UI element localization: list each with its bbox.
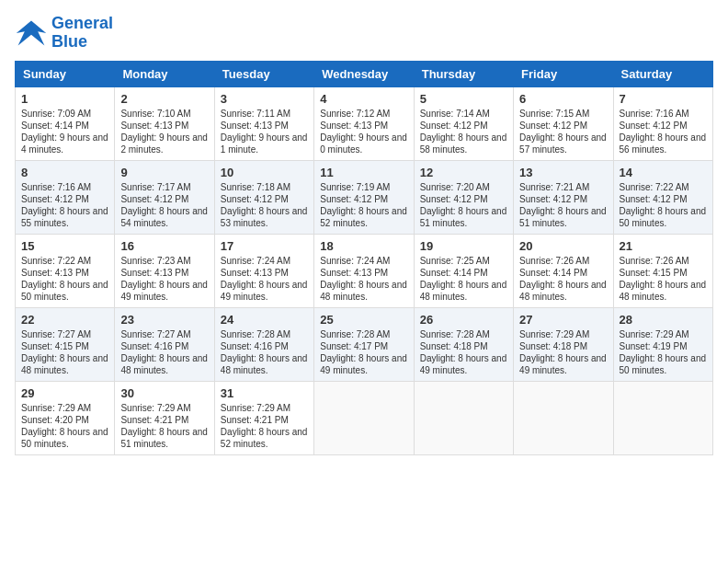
day-cell-20: 20Sunrise: 7:26 AMSunset: 4:14 PMDayligh… [514, 234, 613, 307]
logo: General Blue [15, 15, 113, 52]
day-cell-28: 28Sunrise: 7:29 AMSunset: 4:19 PMDayligh… [613, 307, 712, 381]
week-row-5: 29Sunrise: 7:29 AMSunset: 4:20 PMDayligh… [16, 381, 713, 454]
day-number: 19 [420, 239, 507, 253]
day-info: Daylight: 8 hours and 48 minutes. [21, 352, 108, 376]
day-info: Daylight: 8 hours and 48 minutes. [221, 352, 308, 376]
day-info: Daylight: 8 hours and 52 minutes. [221, 426, 308, 450]
day-cell-29: 29Sunrise: 7:29 AMSunset: 4:20 PMDayligh… [16, 381, 115, 454]
day-cell-16: 16Sunrise: 7:23 AMSunset: 4:13 PMDayligh… [115, 234, 214, 307]
empty-cell [613, 381, 712, 454]
day-cell-24: 24Sunrise: 7:28 AMSunset: 4:16 PMDayligh… [214, 307, 313, 381]
day-info: Sunrise: 7:10 AM [120, 108, 208, 120]
day-cell-23: 23Sunrise: 7:27 AMSunset: 4:16 PMDayligh… [115, 307, 214, 381]
day-number: 28 [620, 313, 707, 327]
day-info: Daylight: 8 hours and 49 minutes. [320, 352, 407, 376]
day-number: 3 [221, 92, 308, 106]
day-info: Daylight: 8 hours and 54 minutes. [120, 205, 208, 229]
day-info: Sunrise: 7:27 AM [120, 328, 208, 340]
day-info: Sunrise: 7:28 AM [320, 328, 407, 340]
logo-text: General Blue [51, 15, 113, 52]
day-cell-10: 10Sunrise: 7:18 AMSunset: 4:12 PMDayligh… [214, 160, 313, 234]
day-number: 13 [519, 166, 607, 179]
day-info: Sunrise: 7:29 AM [120, 402, 208, 414]
day-info: Sunrise: 7:14 AM [420, 108, 507, 120]
day-number: 2 [120, 92, 208, 106]
day-cell-1: 1Sunrise: 7:09 AMSunset: 4:14 PMDaylight… [16, 86, 115, 160]
day-info: Sunset: 4:21 PM [120, 414, 208, 426]
day-cell-19: 19Sunrise: 7:25 AMSunset: 4:14 PMDayligh… [414, 234, 513, 307]
day-info: Daylight: 9 hours and 1 minute. [221, 132, 308, 155]
day-info: Daylight: 8 hours and 52 minutes. [320, 205, 407, 229]
day-info: Sunset: 4:13 PM [120, 267, 208, 279]
day-cell-31: 31Sunrise: 7:29 AMSunset: 4:21 PMDayligh… [214, 381, 313, 454]
day-info: Sunset: 4:16 PM [120, 340, 208, 352]
day-info: Sunset: 4:15 PM [21, 340, 108, 352]
day-cell-27: 27Sunrise: 7:29 AMSunset: 4:18 PMDayligh… [514, 307, 613, 381]
empty-cell [414, 381, 513, 454]
day-info: Sunset: 4:21 PM [221, 414, 308, 426]
day-cell-18: 18Sunrise: 7:24 AMSunset: 4:13 PMDayligh… [314, 234, 414, 307]
page-header: General Blue [15, 15, 713, 52]
day-info: Sunset: 4:13 PM [221, 267, 308, 279]
day-cell-13: 13Sunrise: 7:21 AMSunset: 4:12 PMDayligh… [514, 160, 613, 234]
day-cell-4: 4Sunrise: 7:12 AMSunset: 4:13 PMDaylight… [314, 86, 414, 160]
day-info: Sunrise: 7:29 AM [620, 328, 707, 340]
day-number: 30 [120, 386, 208, 400]
day-number: 6 [519, 92, 607, 106]
day-cell-30: 30Sunrise: 7:29 AMSunset: 4:21 PMDayligh… [115, 381, 214, 454]
day-info: Daylight: 8 hours and 50 minutes. [620, 205, 707, 229]
day-number: 29 [21, 386, 108, 400]
day-number: 20 [519, 239, 607, 253]
day-info: Sunset: 4:12 PM [420, 120, 507, 132]
day-info: Sunrise: 7:11 AM [221, 108, 308, 120]
day-cell-17: 17Sunrise: 7:24 AMSunset: 4:13 PMDayligh… [214, 234, 313, 307]
day-info: Sunrise: 7:28 AM [420, 328, 507, 340]
day-info: Sunrise: 7:21 AM [519, 181, 607, 193]
column-header-monday: Monday [115, 61, 214, 86]
day-info: Sunrise: 7:20 AM [420, 181, 507, 193]
day-info: Sunrise: 7:25 AM [420, 255, 507, 267]
day-info: Sunrise: 7:26 AM [519, 255, 607, 267]
day-info: Sunset: 4:12 PM [519, 193, 607, 205]
column-header-saturday: Saturday [613, 61, 712, 86]
day-info: Daylight: 8 hours and 55 minutes. [21, 205, 108, 229]
day-number: 18 [320, 239, 407, 253]
day-info: Daylight: 8 hours and 48 minutes. [519, 279, 607, 303]
day-info: Sunrise: 7:09 AM [21, 108, 108, 120]
day-info: Daylight: 8 hours and 48 minutes. [620, 279, 707, 303]
day-cell-3: 3Sunrise: 7:11 AMSunset: 4:13 PMDaylight… [214, 86, 313, 160]
day-cell-2: 2Sunrise: 7:10 AMSunset: 4:13 PMDaylight… [115, 86, 214, 160]
day-info: Daylight: 8 hours and 58 minutes. [420, 132, 507, 155]
day-number: 9 [120, 166, 208, 179]
day-info: Daylight: 8 hours and 51 minutes. [120, 426, 208, 450]
logo-icon [15, 17, 48, 50]
day-info: Daylight: 8 hours and 50 minutes. [21, 279, 108, 303]
day-info: Daylight: 8 hours and 49 minutes. [120, 279, 208, 303]
day-info: Sunset: 4:12 PM [519, 120, 607, 132]
day-cell-15: 15Sunrise: 7:22 AMSunset: 4:13 PMDayligh… [16, 234, 115, 307]
day-cell-6: 6Sunrise: 7:15 AMSunset: 4:12 PMDaylight… [514, 86, 613, 160]
day-number: 8 [21, 166, 108, 179]
day-number: 5 [420, 92, 507, 106]
calendar-header-row: SundayMondayTuesdayWednesdayThursdayFrid… [16, 61, 713, 86]
day-info: Sunrise: 7:24 AM [320, 255, 407, 267]
day-info: Sunset: 4:12 PM [420, 193, 507, 205]
day-cell-5: 5Sunrise: 7:14 AMSunset: 4:12 PMDaylight… [414, 86, 513, 160]
day-info: Sunrise: 7:24 AM [221, 255, 308, 267]
day-cell-25: 25Sunrise: 7:28 AMSunset: 4:17 PMDayligh… [314, 307, 414, 381]
day-info: Sunset: 4:13 PM [320, 267, 407, 279]
day-info: Sunset: 4:14 PM [21, 120, 108, 132]
day-number: 4 [320, 92, 407, 106]
day-number: 16 [120, 239, 208, 253]
day-number: 22 [21, 313, 108, 327]
day-info: Sunrise: 7:19 AM [320, 181, 407, 193]
day-info: Daylight: 8 hours and 48 minutes. [420, 279, 507, 303]
day-info: Sunrise: 7:17 AM [120, 181, 208, 193]
day-number: 25 [320, 313, 407, 327]
day-info: Sunrise: 7:22 AM [620, 181, 707, 193]
day-cell-12: 12Sunrise: 7:20 AMSunset: 4:12 PMDayligh… [414, 160, 513, 234]
day-info: Sunrise: 7:27 AM [21, 328, 108, 340]
day-number: 10 [221, 166, 308, 179]
day-number: 23 [120, 313, 208, 327]
day-cell-21: 21Sunrise: 7:26 AMSunset: 4:15 PMDayligh… [613, 234, 712, 307]
